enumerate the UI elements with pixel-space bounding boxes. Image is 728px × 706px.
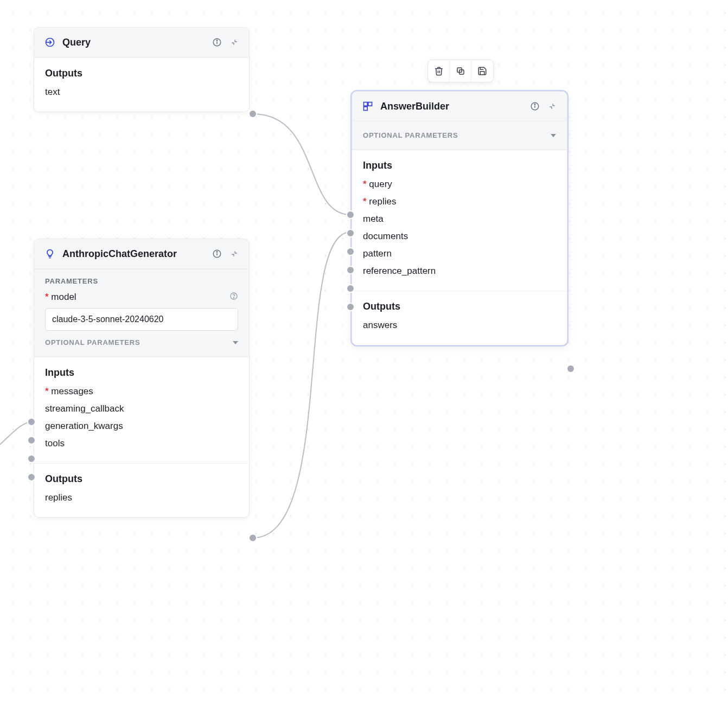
- node-header: Query: [34, 28, 249, 57]
- port-anthropic-streaming-in[interactable]: [27, 436, 36, 445]
- collapse-icon[interactable]: [229, 37, 239, 47]
- svg-point-10: [233, 298, 234, 298]
- outputs-section: Outputs answers: [352, 291, 567, 345]
- port-ab-answers-out[interactable]: [566, 364, 575, 373]
- svg-point-8: [216, 252, 218, 253]
- info-icon[interactable]: [530, 101, 540, 111]
- inputs-heading: Inputs: [45, 367, 238, 378]
- parameters-heading: PARAMETERS: [45, 277, 238, 285]
- svg-rect-11: [364, 102, 368, 106]
- help-icon[interactable]: [229, 292, 238, 303]
- chevron-down-icon: [551, 134, 556, 137]
- save-button[interactable]: [471, 60, 493, 82]
- info-icon[interactable]: [212, 249, 222, 259]
- input-arrow-icon: [44, 36, 56, 48]
- optional-parameters-toggle[interactable]: OPTIONAL PARAMETERS: [352, 121, 567, 150]
- node-query[interactable]: Query Outputs text: [34, 27, 250, 112]
- optional-parameters-label: OPTIONAL PARAMETERS: [45, 338, 140, 346]
- outputs-heading: Outputs: [45, 473, 238, 485]
- input-query: query: [363, 176, 556, 193]
- input-documents: documents: [363, 228, 556, 245]
- output-answers: answers: [363, 317, 556, 334]
- node-title: AnswerBuilder: [380, 101, 523, 112]
- input-replies: replies: [363, 193, 556, 210]
- input-meta: meta: [363, 210, 556, 228]
- port-anthropic-replies-out[interactable]: [248, 534, 257, 542]
- input-messages: messages: [45, 383, 238, 400]
- collapse-icon[interactable]: [547, 101, 557, 111]
- blocks-icon: [362, 100, 374, 112]
- input-generation-kwargs: generation_kwargs: [45, 418, 238, 435]
- port-ab-replies-in[interactable]: [346, 229, 355, 238]
- pipeline-canvas[interactable]: Query Outputs text AnthropicChatGenerato…: [0, 0, 728, 706]
- node-toolbar: [427, 60, 494, 82]
- node-header: AnswerBuilder: [352, 92, 567, 121]
- port-ab-meta-in[interactable]: [346, 247, 355, 256]
- outputs-section: Outputs replies: [34, 463, 249, 517]
- inputs-heading: Inputs: [363, 160, 556, 171]
- parameters-section: PARAMETERS model OPTIONAL PARAMETERS: [34, 269, 249, 357]
- duplicate-button[interactable]: [450, 60, 471, 82]
- inputs-section: Inputs query replies meta documents patt…: [352, 150, 567, 291]
- param-model-input[interactable]: [45, 308, 238, 331]
- node-anthropic-chat-generator[interactable]: AnthropicChatGenerator PARAMETERS model …: [34, 239, 250, 518]
- output-replies: replies: [45, 489, 238, 506]
- outputs-heading: Outputs: [45, 68, 238, 79]
- input-streaming-callback: streaming_callback: [45, 400, 238, 418]
- svg-point-16: [534, 104, 535, 105]
- input-tools: tools: [45, 435, 238, 452]
- node-title: Query: [62, 37, 206, 48]
- port-ab-query-in[interactable]: [346, 210, 355, 219]
- collapse-icon[interactable]: [229, 249, 239, 259]
- info-icon[interactable]: [212, 37, 222, 47]
- param-model-label: model: [45, 292, 76, 303]
- optional-parameters-toggle[interactable]: OPTIONAL PARAMETERS: [45, 331, 238, 346]
- node-title: AnthropicChatGenerator: [62, 248, 206, 260]
- delete-button[interactable]: [428, 60, 450, 82]
- port-anthropic-tools-in[interactable]: [27, 473, 36, 482]
- node-answer-builder[interactable]: AnswerBuilder OPTIONAL PARAMETERS Inputs…: [352, 91, 567, 345]
- lightbulb-icon: [44, 248, 56, 260]
- svg-point-5: [216, 40, 218, 41]
- node-header: AnthropicChatGenerator: [34, 239, 249, 269]
- outputs-section: Outputs text: [34, 57, 249, 112]
- port-anthropic-genkwargs-in[interactable]: [27, 454, 36, 463]
- port-ab-documents-in[interactable]: [346, 266, 355, 274]
- svg-rect-13: [364, 107, 368, 111]
- output-text: text: [45, 84, 238, 101]
- port-query-text-out[interactable]: [248, 110, 257, 118]
- port-anthropic-messages-in[interactable]: [27, 418, 36, 426]
- input-reference-pattern: reference_pattern: [363, 262, 556, 280]
- outputs-heading: Outputs: [363, 301, 556, 312]
- svg-rect-12: [368, 102, 372, 106]
- port-ab-pattern-in[interactable]: [346, 284, 355, 293]
- input-pattern: pattern: [363, 245, 556, 262]
- chevron-down-icon: [233, 341, 238, 344]
- port-ab-refpattern-in[interactable]: [346, 303, 355, 311]
- optional-parameters-label: OPTIONAL PARAMETERS: [363, 131, 458, 139]
- inputs-section: Inputs messages streaming_callback gener…: [34, 357, 249, 463]
